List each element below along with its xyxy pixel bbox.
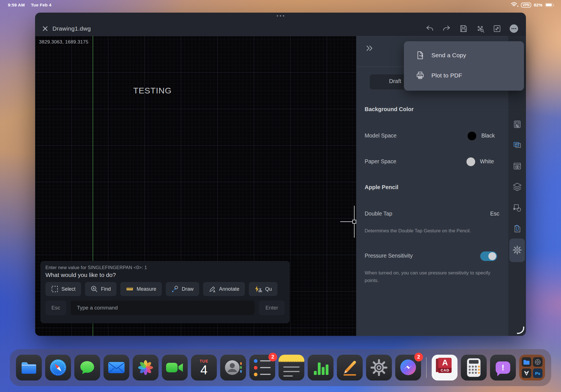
photos-icon xyxy=(137,359,154,376)
battery-percent: 82% xyxy=(534,3,542,8)
feedback-icon: ! xyxy=(496,361,510,374)
draw-button[interactable]: Draw xyxy=(166,282,199,296)
annotate-icon: A xyxy=(209,285,216,293)
calendar-icon: TUE 4 xyxy=(200,359,208,376)
menu-item-send-a-copy[interactable]: Send a Copy xyxy=(404,46,524,65)
mini-v-app-icon xyxy=(522,368,531,378)
mail-icon xyxy=(108,362,125,373)
svg-text:A: A xyxy=(93,287,95,290)
status-bar: 9:59 AM Tue Feb 4 VPN 82% xyxy=(0,0,561,10)
messages-icon xyxy=(79,360,95,375)
tool-palettes-icon[interactable] xyxy=(512,120,522,129)
menu-item-label: Plot to PDF xyxy=(431,72,462,79)
dock-app-facetime[interactable] xyxy=(162,355,188,380)
autocad-icon: A CAD xyxy=(436,358,452,373)
contacts-icon xyxy=(224,359,242,376)
status-time: 9:59 AM xyxy=(8,3,25,8)
settings-gear-icon[interactable] xyxy=(512,245,522,255)
command-input[interactable] xyxy=(71,301,254,315)
title-bar: Drawing1.dwg xyxy=(35,20,526,37)
vpn-badge: VPN xyxy=(521,3,531,8)
fullscreen-icon[interactable] xyxy=(492,24,502,33)
facetime-icon xyxy=(166,361,184,374)
dock-app-folder[interactable]: Ps xyxy=(519,355,545,380)
enter-button[interactable]: Enter xyxy=(259,301,285,315)
double-tap-caption: Determines the Double Tap Gesture on the… xyxy=(365,227,499,235)
find-button[interactable]: A Find xyxy=(85,282,116,296)
drawing-canvas-icon[interactable] xyxy=(512,140,522,150)
dock-app-numbers[interactable] xyxy=(308,355,334,380)
dock-app-pages[interactable] xyxy=(337,355,363,380)
command-panel: Enter new value for SINGLEFINGERPAN <0>:… xyxy=(40,261,290,323)
document-title: Drawing1.dwg xyxy=(52,25,91,32)
dock-app-messenger[interactable]: 2 xyxy=(395,355,421,380)
dock-app-calendar[interactable]: TUE 4 xyxy=(191,355,217,380)
select-icon xyxy=(51,285,58,293)
dock-app-calculator[interactable] xyxy=(461,355,487,380)
dock-app-reminders[interactable]: 2 xyxy=(249,355,275,380)
autocad-band: CAD xyxy=(438,368,452,373)
pressure-sensitivity-label: Pressure Sensitivity xyxy=(365,253,413,259)
undo-icon[interactable] xyxy=(425,24,434,33)
app-folder-icon: Ps xyxy=(522,357,542,378)
layers-icon[interactable] xyxy=(512,182,522,192)
dock-app-notes[interactable] xyxy=(279,355,304,380)
calculator-icon xyxy=(467,358,480,377)
draw-icon xyxy=(171,285,179,293)
model-space-label: Model Space xyxy=(365,132,397,139)
esc-button[interactable]: Esc xyxy=(45,301,66,315)
model-space-value: Black xyxy=(481,132,495,139)
paper-space-value: White xyxy=(480,158,494,165)
quick-measure-icon xyxy=(254,285,262,293)
dock-app-files[interactable] xyxy=(16,355,42,380)
numbers-icon xyxy=(312,359,329,376)
collapse-panel-icon[interactable] xyxy=(366,45,374,52)
save-icon[interactable] xyxy=(459,24,468,33)
feedback-mark: ! xyxy=(502,363,504,372)
pages-icon xyxy=(341,359,358,376)
pressure-sensitivity-caption: When turned on, you can use pressure sen… xyxy=(365,269,499,284)
wifi-icon xyxy=(511,2,518,8)
notes-icon xyxy=(279,355,304,380)
dock-app-autocad[interactable]: A CAD xyxy=(432,355,457,380)
pressure-sensitivity-toggle[interactable] xyxy=(480,251,497,261)
settings-icon xyxy=(370,359,388,377)
measure-label: Measure xyxy=(137,286,156,292)
paper-space-label: Paper Space xyxy=(365,158,396,165)
menu-item-plot-to-pdf[interactable]: Plot to PDF xyxy=(404,66,524,85)
command-prompt: What would you like to do? xyxy=(45,272,285,278)
redo-icon[interactable] xyxy=(442,24,451,33)
dock-app-contacts[interactable] xyxy=(220,355,246,380)
dock: TUE 4 2 xyxy=(10,349,551,386)
named-views-icon[interactable] xyxy=(512,161,522,171)
command-actions: Select A Find Measure xyxy=(45,282,290,296)
paper-space-swatch xyxy=(466,157,475,166)
annotate-button[interactable]: A Annotate xyxy=(203,282,245,296)
attachments-icon[interactable] xyxy=(512,224,522,233)
dock-app-settings[interactable] xyxy=(366,355,392,380)
quick-measure-button[interactable]: Qu xyxy=(249,282,277,296)
crosshair-pickbox xyxy=(352,220,356,224)
mini-photoshop-icon: Ps xyxy=(533,368,542,378)
dock-app-messages[interactable] xyxy=(74,355,100,380)
dock-app-feedback[interactable]: ! xyxy=(490,355,516,380)
files-icon xyxy=(21,361,37,374)
double-tap-value: Esc xyxy=(490,210,499,217)
dock-app-photos[interactable] xyxy=(133,355,158,380)
close-button[interactable] xyxy=(40,24,50,34)
safari-icon xyxy=(49,359,67,376)
window-drag-handle-icon[interactable] xyxy=(277,15,284,17)
find-label: Find xyxy=(101,286,111,292)
more-icon[interactable] xyxy=(509,24,519,33)
autocad-window: Drawing1.dwg xyxy=(35,13,526,336)
select-button[interactable]: Select xyxy=(45,282,81,296)
dock-app-safari[interactable] xyxy=(45,355,71,380)
blocks-icon[interactable] xyxy=(512,203,522,213)
model-space-swatch xyxy=(468,132,476,140)
measure-button[interactable]: Measure xyxy=(120,282,162,296)
battery-icon xyxy=(545,3,553,7)
zoom-extents-icon[interactable] xyxy=(475,24,485,33)
dock-app-mail[interactable] xyxy=(104,355,129,380)
messenger-icon xyxy=(399,359,417,376)
cursor-coordinates: 3829.3063, 1689.3175 xyxy=(39,39,88,45)
